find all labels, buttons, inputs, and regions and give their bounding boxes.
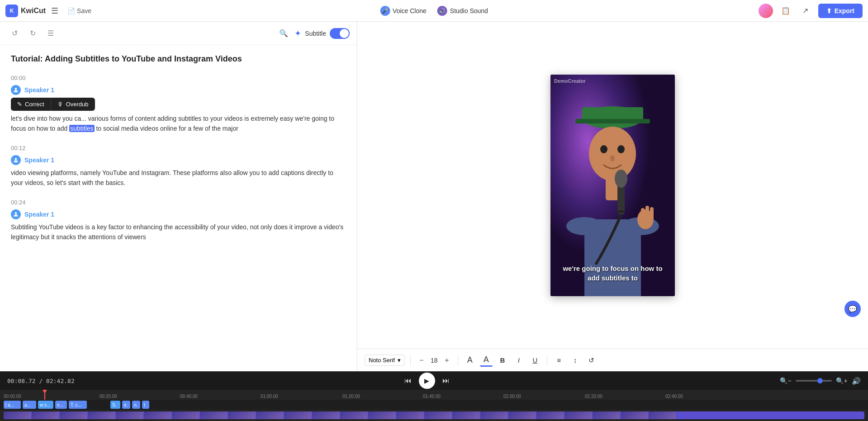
video-thumb-1 <box>4 412 31 419</box>
video-strip[interactable] <box>4 412 864 419</box>
overdub-button[interactable]: 🎙 Overdub <box>51 98 95 111</box>
chat-fab[interactable]: 💬 <box>844 301 861 317</box>
svg-rect-17 <box>618 210 624 213</box>
underline-button[interactable]: U <box>529 354 541 367</box>
skip-back-button[interactable]: ⏮ <box>401 374 415 388</box>
timeline-controls: 00:08.72 / 02:42.82 ⏮ ▶ ⏭ 🔍− 🔍+ 🔊 <box>0 372 868 390</box>
font-family-select[interactable]: Noto Serif ▾ <box>365 355 405 366</box>
subtitle-chip-1[interactable]: a... <box>23 401 36 409</box>
timeline-tracks: l a... a... w s... n... T. c... S. e. n.… <box>0 400 868 421</box>
save-label: Save <box>77 7 91 14</box>
redo-button[interactable]: ↻ <box>25 26 40 41</box>
font-size-decrease[interactable]: − <box>416 355 427 366</box>
subtitle-chip-8[interactable]: t <box>142 401 149 409</box>
subtitle-chip-2[interactable]: w s... <box>38 401 53 409</box>
export-button[interactable]: ⬆ Export <box>818 4 863 18</box>
share-icon[interactable]: ↗ <box>798 4 813 18</box>
svg-rect-20 <box>645 206 649 220</box>
speaker-name-1[interactable]: Speaker 1 <box>24 86 54 94</box>
svg-point-1 <box>15 158 17 160</box>
video-watermark: DemoCreator <box>554 78 586 84</box>
time-value-2: 00:12 <box>11 145 26 151</box>
correct-button[interactable]: ✎ Correct <box>11 98 51 111</box>
save-file-icon: 📄 <box>67 7 75 14</box>
speaker-row-2: Speaker 1 <box>11 155 346 165</box>
italic-button[interactable]: I <box>512 354 525 367</box>
topbar-center-features: 🎤 Voice Clone 🔊 Studio Sound <box>380 6 488 16</box>
speaker-name-3[interactable]: Speaker 1 <box>24 211 54 218</box>
subtitle-chip-6[interactable]: e. <box>122 401 130 409</box>
video-preview: DemoCreator we're going to focus on how … <box>550 75 675 296</box>
transcript-text-1: let's dive into how you ca... various fo… <box>11 114 346 134</box>
transcript-text-2: video viewing platforms, namely YouTube … <box>11 168 346 188</box>
undo-button[interactable]: ↺ <box>7 26 22 41</box>
speaker-name-2[interactable]: Speaker 1 <box>24 156 54 164</box>
speaker-row-3: Speaker 1 <box>11 209 346 219</box>
app-logo: K KwiCut <box>5 5 46 17</box>
voice-clone-label: Voice Clone <box>393 7 427 14</box>
studio-sound-label: Studio Sound <box>450 7 488 14</box>
subtitle-chip-0[interactable]: l a... <box>4 401 21 409</box>
zoom-slider[interactable] <box>796 380 832 382</box>
zoom-in-button[interactable]: 🔍+ <box>835 374 848 387</box>
volume-button[interactable]: 🔊 <box>852 377 861 385</box>
line-spacing-button[interactable]: ↕ <box>569 354 582 367</box>
word-highlight: subtitles <box>69 125 94 132</box>
toggle-thumb <box>340 29 349 38</box>
ruler-mark-4: 01:20.00 <box>342 394 360 399</box>
speaker-avatar-1 <box>11 85 21 95</box>
subtitle-chip-4[interactable]: T. c... <box>69 401 87 409</box>
subtitle-toggle[interactable] <box>330 28 350 39</box>
subtitle-icon: ✦ <box>294 28 301 38</box>
studio-sound-icon: 🔊 <box>437 6 447 16</box>
video-thumb-14 <box>368 412 395 419</box>
zoom-out-button[interactable]: 🔍− <box>779 374 792 387</box>
current-time-value: 00:08.72 <box>7 378 36 384</box>
video-subtitle-overlay: we're going to focus on how toadd subtit… <box>557 264 669 283</box>
align-button[interactable]: ≡ <box>553 354 565 367</box>
subtitle-chip-5[interactable]: S. <box>110 401 120 409</box>
font-select-arrow: ▾ <box>398 357 401 364</box>
correct-icon: ✎ <box>17 101 22 108</box>
font-size-value: 18 <box>429 357 440 364</box>
bold-button[interactable]: B <box>496 354 509 367</box>
ruler-mark-3: 01:00.00 <box>261 394 278 399</box>
play-pause-button[interactable]: ▶ <box>419 373 435 389</box>
svg-rect-19 <box>641 208 645 222</box>
font-size-control: − 18 + <box>416 355 452 366</box>
notifications-icon[interactable]: 📋 <box>778 4 793 18</box>
studio-sound-button[interactable]: 🔊 Studio Sound <box>437 6 488 16</box>
video-figure <box>550 75 675 296</box>
font-size-increase[interactable]: + <box>441 355 452 366</box>
skip-forward-button[interactable]: ⏭ <box>439 374 453 388</box>
ruler-mark-7: 02:20.00 <box>585 394 602 399</box>
font-color-button[interactable]: A <box>464 354 476 367</box>
voice-clone-button[interactable]: 🎤 Voice Clone <box>380 6 427 16</box>
transcript-panel: ↺ ↻ ☰ 🔍 ✦ Subtitle Tutorial: Adding Subt… <box>0 22 357 371</box>
hamburger-menu-icon[interactable]: ☰ <box>49 4 60 18</box>
subtitle-chip-7[interactable]: n. <box>132 401 140 409</box>
transcript-toolbar: ↺ ↻ ☰ 🔍 ✦ Subtitle <box>0 22 357 45</box>
reset-style-button[interactable]: ↺ <box>585 354 598 367</box>
video-thumb-3 <box>60 412 87 419</box>
font-toolbar: Noto Serif ▾ − 18 + A A B I U ≡ ↕ ↺ <box>357 349 868 371</box>
font-highlight-button[interactable]: A <box>480 354 493 367</box>
search-icon[interactable]: 🔍 <box>276 26 291 41</box>
save-button[interactable]: 📄 Save <box>64 5 95 16</box>
svg-point-8 <box>600 145 607 153</box>
video-thumb-24 <box>649 412 676 419</box>
subtitle-chip-3[interactable]: n... <box>55 401 67 409</box>
svg-point-9 <box>617 145 625 153</box>
list-view-icon[interactable]: ☰ <box>43 26 58 41</box>
subtitle-toggle-area: ✦ Subtitle <box>294 28 350 39</box>
video-thumb-18 <box>480 412 508 419</box>
font-family-value: Noto Serif <box>369 357 395 364</box>
timestamp-2: 00:12 <box>11 145 346 151</box>
video-thumb-15 <box>396 412 423 419</box>
video-thumb-6 <box>144 412 171 419</box>
timeline-right-controls: 🔍− 🔍+ 🔊 <box>779 374 861 387</box>
video-thumb-5 <box>116 412 143 419</box>
ruler-mark-8: 02:40.00 <box>665 394 683 399</box>
playhead[interactable] <box>44 390 45 400</box>
user-avatar[interactable] <box>759 4 773 18</box>
